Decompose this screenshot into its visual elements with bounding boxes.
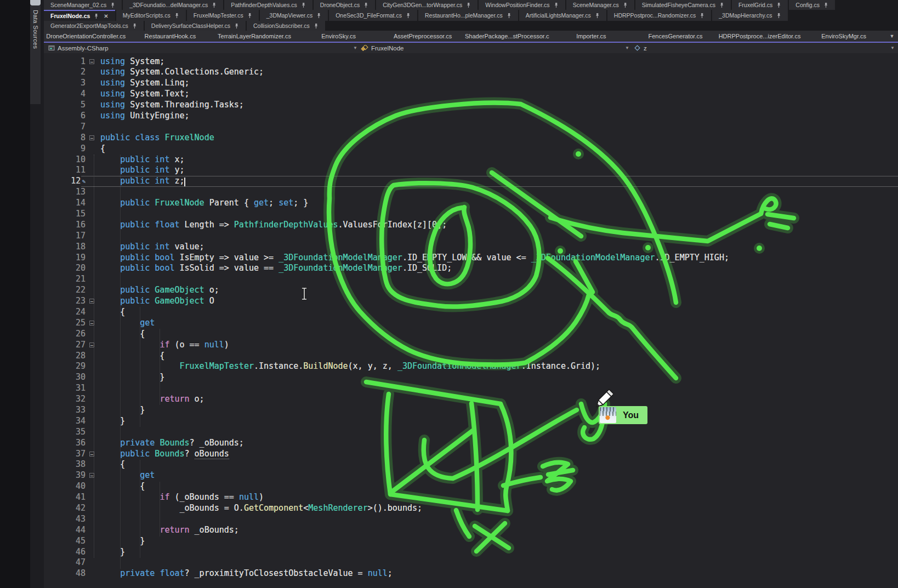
code-line[interactable]: 44 return _oBounds; — [44, 525, 898, 536]
code-line[interactable]: 40 { — [44, 481, 898, 492]
tab-config-cs[interactable]: Config.cs — [789, 0, 835, 10]
pin-icon[interactable] — [466, 2, 471, 8]
code-line[interactable]: 20 public bool IsSolid => value == _3DFo… — [44, 263, 898, 274]
code-line[interactable]: 18 public int value; — [44, 242, 898, 253]
code-line[interactable]: 34 } — [44, 416, 898, 427]
code-line[interactable]: 38 { — [44, 459, 898, 470]
open-document-item[interactable]: EnviroSky.cs — [297, 33, 381, 39]
code-line[interactable]: 12✎ public int z; — [44, 176, 898, 187]
code-line[interactable]: 11 public int y; — [44, 165, 898, 176]
code-line[interactable]: 42 _oBounds = O.GetComponent<MeshRendere… — [44, 503, 898, 514]
tab-fruxelmaptester-cs[interactable]: FruxelMapTester.cs — [187, 10, 259, 21]
pin-icon[interactable] — [314, 23, 319, 29]
pin-icon[interactable] — [623, 2, 628, 8]
tab-scenemanager-02-cs[interactable]: SceneManager_02.cs — [44, 0, 122, 10]
code-line[interactable]: 47 — [44, 557, 898, 568]
pin-icon[interactable] — [406, 13, 411, 19]
pin-icon[interactable] — [507, 13, 511, 19]
chevron-down-icon[interactable]: ▼ — [890, 43, 895, 53]
code-line[interactable]: 48 private float? _proximityToClosestObs… — [44, 568, 898, 579]
code-line[interactable]: 26 { — [44, 329, 898, 340]
code-line[interactable]: 25− get — [44, 318, 898, 329]
tab-fruxelgrid-cs[interactable]: FruxelGrid.cs — [732, 0, 788, 10]
code-line[interactable]: 3using System.Linq; — [44, 78, 898, 89]
open-document-item[interactable]: RestaurantHook.cs — [128, 33, 213, 39]
code-line[interactable]: 21 — [44, 274, 898, 285]
pin-icon[interactable] — [301, 2, 306, 8]
tab-scenemanager-cs[interactable]: SceneManager.cs — [566, 0, 634, 10]
code-line[interactable]: 43 — [44, 514, 898, 525]
tab-pathfinderdepthvalues-cs[interactable]: PathfinderDepthValues.cs — [224, 0, 312, 10]
tab--3dmaphierarchy-cs[interactable]: _3DMapHierarchy.cs — [712, 10, 787, 21]
pin-icon[interactable] — [776, 13, 781, 19]
code-line[interactable]: 9{ — [44, 144, 898, 155]
code-line[interactable]: 7 — [44, 122, 898, 133]
code-line[interactable]: 22 public GameObject o; — [44, 285, 898, 296]
tab-artificiallightsmanager-cs[interactable]: ArtificialLightsManager.cs — [519, 10, 606, 21]
open-document-item[interactable]: Importer.cs — [549, 33, 634, 39]
code-line[interactable]: 39− get — [44, 470, 898, 481]
chevron-down-icon[interactable]: ▼ — [353, 43, 357, 53]
open-document-item[interactable]: EnviroSkyMgr.cs — [802, 33, 886, 39]
pin-icon[interactable] — [554, 2, 559, 8]
fold-collapse-icon[interactable]: − — [89, 342, 94, 347]
pin-icon[interactable] — [234, 23, 239, 29]
sidebar-tab-data-sources[interactable]: Data Sources — [30, 5, 41, 104]
tab-collisionsubscriber-cs[interactable]: CollisionSubscriber.cs — [247, 21, 325, 31]
pin-icon[interactable] — [363, 2, 368, 8]
code-line[interactable]: 13 — [44, 187, 898, 198]
code-editor[interactable]: 1−using System;2using System.Collections… — [44, 54, 898, 588]
code-line[interactable]: 33 } — [44, 405, 898, 416]
tab-onesec3d-fileformat-cs[interactable]: OneSec3D_FileFormat.cs — [329, 10, 417, 21]
fold-collapse-icon[interactable]: − — [89, 59, 94, 64]
tab-myeditorscripts-cs[interactable]: MyEditorScripts.cs — [116, 10, 186, 21]
fold-collapse-icon[interactable]: − — [89, 473, 94, 478]
pin-icon[interactable] — [94, 13, 99, 19]
tab-simulatedfisheyecamera-cs[interactable]: SimulatedFisheyeCamera.cs — [635, 0, 731, 10]
fold-collapse-icon[interactable]: − — [89, 321, 94, 326]
tab-windowpositionfinder-cs[interactable]: WindowPositionFinder.cs — [479, 0, 565, 10]
tab--3dmapviewer-cs[interactable]: _3DMapViewer.cs — [260, 10, 328, 21]
code-line[interactable]: 17 — [44, 231, 898, 242]
code-line[interactable]: 19 public bool IsEmpty => value >= _3DFo… — [44, 253, 898, 264]
pin-icon[interactable] — [316, 13, 321, 19]
code-line[interactable]: 24 { — [44, 307, 898, 318]
fold-collapse-icon[interactable]: − — [89, 135, 94, 140]
pin-icon[interactable] — [700, 13, 704, 19]
breadcrumb-member[interactable]: z — [634, 43, 647, 53]
pin-icon[interactable] — [110, 2, 115, 8]
pin-icon[interactable] — [719, 2, 724, 8]
code-line[interactable]: 45 } — [44, 536, 898, 547]
pin-icon[interactable] — [776, 2, 781, 8]
code-line[interactable]: 16 public float Length => PathfinderDept… — [44, 220, 898, 231]
pin-icon[interactable] — [823, 2, 828, 8]
tab-citygen3dgen-torwrapper-cs[interactable]: CityGen3DGen...torWrapper.cs — [376, 0, 478, 10]
code-line[interactable]: 5using System.Threading.Tasks; — [44, 100, 898, 111]
code-line[interactable]: 36 private Bounds? _oBounds; — [44, 438, 898, 449]
open-document-item[interactable]: AssetPreprocessor.cs — [380, 33, 465, 39]
pin-icon[interactable] — [595, 13, 600, 19]
code-line[interactable]: 31 — [44, 383, 898, 394]
tab--3dfoundatio-delmanager-cs[interactable]: _3DFoundatio...delManager.cs — [123, 0, 223, 10]
tab-restaurantho-plemanager-cs[interactable]: RestaurantHo...pleManager.cs — [418, 10, 518, 21]
breadcrumb-type[interactable]: FruxelNode — [361, 43, 403, 53]
code-line[interactable]: 32 return o; — [44, 394, 898, 405]
code-line[interactable]: 29 FruxelMapTester.Instance.BuildNode(x,… — [44, 361, 898, 372]
code-line[interactable]: 4using System.Text; — [44, 89, 898, 100]
code-line[interactable]: 8−public class FruxelNode — [44, 133, 898, 144]
open-document-item[interactable]: DroneOrientationController.cs — [44, 33, 128, 39]
code-line[interactable]: 35 — [44, 427, 898, 438]
close-icon[interactable]: ✕ — [103, 13, 108, 19]
code-line[interactable]: 14 public FruxelNode Parent { get; set; … — [44, 198, 898, 209]
pin-icon[interactable] — [174, 13, 179, 19]
chevron-down-icon[interactable]: ▼ — [886, 33, 898, 39]
pin-icon[interactable] — [212, 2, 217, 8]
tab-generator2exportmaptools-cs[interactable]: Generator2ExportMapTools.cs — [44, 21, 144, 31]
code-line[interactable]: 46 } — [44, 547, 898, 558]
chevron-down-icon[interactable]: ▼ — [625, 43, 629, 53]
code-line[interactable]: 2using System.Collections.Generic; — [44, 67, 898, 78]
code-line[interactable]: 10 public int x; — [44, 155, 898, 165]
code-line[interactable]: 41 if (_oBounds == null) — [44, 492, 898, 503]
tab-deliverysurfaceclasshelper-cs[interactable]: DeliverySurfaceClassHelper.cs — [145, 21, 246, 31]
code-line[interactable]: 6using UnityEngine; — [44, 111, 898, 122]
